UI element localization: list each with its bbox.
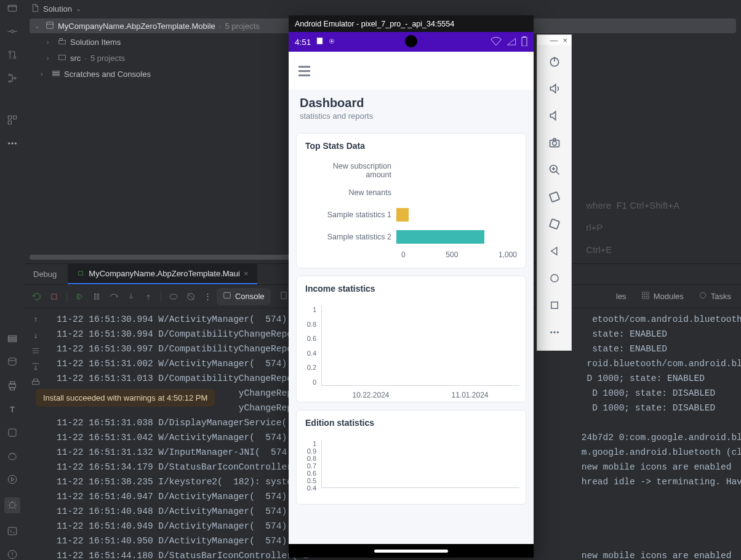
- problems-icon[interactable]: [7, 549, 18, 560]
- hbar-row: Sample statistics 2: [305, 226, 517, 248]
- resume-icon[interactable]: [71, 288, 88, 305]
- hbar-row: Sample statistics 1: [305, 204, 517, 226]
- text-icon[interactable]: T: [7, 404, 18, 415]
- document-icon: [279, 291, 288, 302]
- chevron-right-icon[interactable]: ›: [47, 55, 54, 62]
- svg-rect-45: [34, 379, 38, 381]
- volume-down-icon[interactable]: [548, 109, 561, 122]
- chevron-right-icon[interactable]: ›: [47, 39, 54, 46]
- svg-point-55: [553, 332, 555, 334]
- close-icon[interactable]: ×: [563, 36, 567, 45]
- solution-icon: [46, 21, 54, 31]
- emulator-controls-titlebar[interactable]: — ×: [537, 35, 571, 45]
- evaluate-icon[interactable]: [165, 288, 182, 305]
- svg-rect-33: [94, 294, 95, 299]
- solution-label[interactable]: Solution: [43, 4, 72, 14]
- income-line-chart: 1 0.8 0.6 0.4 0.2 0 10.22.2024 11.01.202…: [297, 298, 526, 402]
- emulator-titlebar[interactable]: Android Emulator - pixel_7_pro_-_api_34:…: [289, 15, 534, 32]
- shortcut: Ctrl+E: [586, 244, 612, 255]
- volume-up-icon[interactable]: [548, 82, 561, 95]
- rotate-right-icon[interactable]: [548, 217, 561, 231]
- chevron-right-icon[interactable]: ›: [41, 71, 48, 78]
- svg-point-1: [11, 30, 14, 33]
- terminal-icon[interactable]: [7, 526, 18, 537]
- close-icon[interactable]: ×: [244, 269, 249, 278]
- up-icon[interactable]: ↑: [30, 313, 41, 324]
- structure-icon[interactable]: [7, 73, 18, 84]
- pause-icon[interactable]: [88, 288, 105, 305]
- overview-icon[interactable]: [548, 298, 561, 312]
- card-title: Top Stats Data: [297, 134, 526, 156]
- sub-tab-console[interactable]: Console: [217, 288, 271, 305]
- svg-point-12: [15, 143, 17, 145]
- step-into-icon[interactable]: [122, 288, 140, 305]
- db-icon[interactable]: [7, 357, 18, 368]
- more-icon[interactable]: ⋮: [199, 288, 217, 305]
- file-icon: [31, 4, 39, 14]
- minimize-icon[interactable]: —: [550, 36, 558, 45]
- tab-debug[interactable]: Debug: [25, 264, 68, 284]
- box-icon[interactable]: [7, 427, 18, 438]
- tab-label: les: [616, 292, 627, 301]
- dashboard-header: Dashboard statistics and reports: [289, 90, 534, 126]
- home-icon[interactable]: [548, 271, 561, 285]
- sub-tab-les[interactable]: les: [610, 288, 633, 305]
- svg-point-48: [552, 142, 556, 146]
- chevron-down-icon[interactable]: ⌄: [76, 5, 81, 13]
- svg-rect-13: [8, 336, 17, 337]
- android-gesture-bar[interactable]: [289, 544, 534, 558]
- app-body[interactable]: Dashboard statistics and reports Top Sta…: [289, 90, 534, 558]
- card-top-stats: Top Stats Data New subscription amount N…: [296, 133, 526, 268]
- tree-label: Scratches and Consoles: [64, 70, 151, 79]
- print-icon[interactable]: [7, 380, 18, 391]
- stop-icon[interactable]: [46, 288, 63, 305]
- hbar-label: Sample statistics 1: [305, 210, 396, 219]
- svg-rect-18: [10, 382, 15, 384]
- sub-tab-modules[interactable]: Modules: [635, 288, 690, 305]
- back-icon[interactable]: [548, 244, 561, 258]
- scroll-end-icon[interactable]: [30, 361, 41, 372]
- solution-bar: Solution ⌄: [25, 0, 741, 17]
- svg-rect-42: [646, 296, 649, 298]
- hamburger-menu-icon[interactable]: [298, 66, 310, 76]
- bug-icon[interactable]: [4, 497, 20, 513]
- down-icon[interactable]: ↓: [30, 329, 41, 340]
- camera-icon[interactable]: [548, 136, 561, 150]
- cat-icon[interactable]: [7, 450, 18, 462]
- power-icon[interactable]: [548, 55, 561, 68]
- chevron-down-icon[interactable]: ⌄: [34, 23, 42, 30]
- svg-rect-23: [8, 527, 17, 535]
- svg-point-43: [700, 292, 705, 298]
- step-out-icon[interactable]: [140, 288, 157, 305]
- dot: ·: [84, 54, 87, 63]
- notification-icon: [316, 37, 324, 47]
- gesture-pill: [374, 550, 448, 553]
- mute-breakpoints-icon[interactable]: [182, 288, 199, 305]
- x-tick: 1,000: [499, 250, 517, 259]
- rotate-left-icon[interactable]: [548, 190, 561, 204]
- svg-rect-19: [10, 388, 15, 390]
- sub-tab-tasks[interactable]: Tasks: [692, 288, 737, 305]
- zoom-icon[interactable]: [548, 163, 561, 177]
- more-icon[interactable]: [548, 326, 561, 339]
- scratch-icon: [52, 69, 60, 79]
- wrap-icon[interactable]: [30, 345, 41, 356]
- stack-icon[interactable]: [7, 334, 18, 345]
- edition-line-chart: 1 0.9 0.8 0.7 0.6 0.5 0.4: [297, 433, 526, 504]
- commit-icon[interactable]: [7, 26, 18, 37]
- step-over-icon[interactable]: [105, 288, 122, 305]
- pull-requests-icon[interactable]: [7, 49, 18, 60]
- tab-run-config[interactable]: MyCompanyName.AbpZeroTemplate.Maui ×: [68, 264, 257, 284]
- emulator-controls-window: — ×: [537, 34, 572, 351]
- tool-windows-icon[interactable]: [7, 114, 18, 126]
- svg-rect-34: [97, 294, 98, 299]
- folder-icon[interactable]: [7, 2, 18, 14]
- y-tick: 0.9: [300, 447, 316, 455]
- play-circle-icon[interactable]: [7, 474, 18, 485]
- print-icon[interactable]: [30, 377, 41, 388]
- separator: [66, 291, 67, 302]
- more-icon[interactable]: [7, 138, 18, 149]
- rerun-icon[interactable]: [28, 288, 46, 305]
- y-tick: 0: [300, 378, 316, 386]
- y-tick: 0.8: [300, 455, 316, 462]
